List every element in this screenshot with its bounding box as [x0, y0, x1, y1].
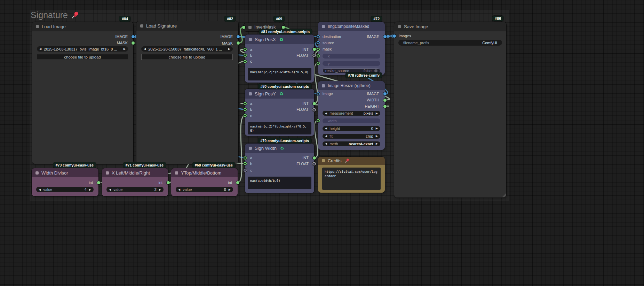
widget-value[interactable]: ◀ value 2 ▶ — [106, 187, 164, 192]
collapsed-output-dot[interactable] — [282, 26, 285, 29]
output-dot-image[interactable] — [383, 35, 387, 38]
node-y-top-middle-bottom[interactable]: YTop/Middle/Bottom int ◀ value 0 ▶ — [171, 168, 238, 196]
widget-fit[interactable]: ◀ fit crop ▶ — [323, 134, 380, 139]
output-dot-int[interactable] — [167, 181, 170, 184]
input-dot-x[interactable] — [317, 54, 320, 57]
collapsed-input-dot[interactable] — [242, 26, 245, 29]
output-dot-mask[interactable] — [237, 41, 240, 45]
widget-x[interactable]: x — [323, 54, 380, 59]
output-dot-image[interactable] — [132, 35, 135, 38]
right-arrow[interactable]: ▶ — [376, 134, 378, 138]
node-load-signature[interactable]: Load Signature IMAGE MASK ◀ 2025-11-28-1… — [136, 21, 238, 164]
input-dot-a[interactable] — [244, 156, 247, 160]
collapse-icon[interactable] — [322, 84, 325, 87]
left-arrow[interactable]: ◀ — [325, 134, 327, 138]
collapse-icon[interactable] — [322, 25, 325, 28]
input-dot-source[interactable] — [317, 41, 320, 44]
right-arrow[interactable]: ▶ — [376, 112, 378, 115]
output-dot-mask[interactable] — [132, 41, 135, 45]
node-sign-posy-header[interactable]: Sign PosY ♻ — [245, 89, 314, 99]
widget-y[interactable]: y — [323, 61, 380, 66]
collapse-icon[interactable] — [175, 171, 178, 175]
right-arrow[interactable]: ▶ — [89, 188, 91, 191]
node-x-lmr-header[interactable]: X Left/Middle/Right — [102, 168, 168, 177]
node-save-image[interactable]: Save Image images filename_prefix ComfyU… — [394, 22, 506, 198]
input-dot-y[interactable] — [317, 62, 320, 65]
combo-left-arrow[interactable]: ◀ — [144, 47, 146, 51]
group-signature-title[interactable]: Signature — [31, 10, 80, 20]
node-width-divisor-header[interactable]: Width Divisor — [32, 168, 98, 177]
left-arrow[interactable]: ◀ — [178, 188, 180, 191]
widget-value[interactable]: ◀ value 0 ▶ — [176, 187, 233, 192]
output-dot-int[interactable] — [313, 48, 316, 51]
left-arrow[interactable]: ◀ — [39, 188, 41, 191]
left-arrow[interactable]: ◀ — [325, 142, 327, 145]
right-arrow[interactable]: ▶ — [159, 188, 161, 191]
input-dot-destination[interactable] — [317, 35, 320, 38]
node-load-image-header[interactable]: Load Image — [32, 22, 133, 31]
credits-text[interactable]: https://civitai.com/user/Legendaer — [322, 168, 381, 190]
input-dot-image[interactable] — [317, 92, 320, 95]
input-dot-c[interactable] — [244, 169, 247, 172]
input-dot-c[interactable] — [244, 114, 247, 117]
node-sign-posy[interactable]: Sign PosY ♻ a b c INT FLOAT max(min(c,2)… — [245, 89, 314, 136]
node-y-tmb-header[interactable]: YTop/Middle/Bottom — [171, 168, 238, 177]
left-arrow[interactable]: ◀ — [109, 188, 111, 191]
collapse-icon[interactable] — [140, 24, 143, 28]
collapse-icon[interactable] — [36, 25, 39, 28]
node-sign-width-header[interactable]: Sign Width ♻ — [245, 144, 314, 153]
output-dot-image[interactable] — [237, 35, 240, 38]
widget-height[interactable]: ◀ height 0 ▶ — [323, 126, 380, 131]
combo-right-arrow[interactable]: ▶ — [124, 47, 126, 51]
output-dot-int[interactable] — [313, 102, 316, 105]
collapse-icon[interactable] — [248, 26, 252, 29]
node-img-composite-header[interactable]: ImgCompositeMasked — [318, 22, 385, 31]
output-dot-height[interactable] — [383, 105, 387, 108]
widget-filename-prefix[interactable]: filename_prefix ComfyUI — [398, 40, 502, 46]
node-image-resize-header[interactable]: Image Resize (rgthree) — [318, 81, 385, 90]
input-dot-b[interactable] — [244, 162, 247, 165]
node-sign-width[interactable]: Sign Width ♻ a b c INT FLOAT max(a.width… — [245, 144, 314, 193]
output-dot-width[interactable] — [383, 99, 387, 102]
comfyui-canvas[interactable]: Signature Load Image IMAGE MASK ◀ 2025-1… — [0, 0, 644, 286]
input-dot-images[interactable] — [393, 34, 396, 38]
node-credits-header[interactable]: Credits — [318, 157, 385, 165]
combo-right-arrow[interactable]: ▶ — [228, 47, 230, 51]
collapse-icon[interactable] — [106, 171, 109, 175]
node-img-composite-masked[interactable]: ImgCompositeMasked destination source ma… — [318, 22, 385, 75]
right-arrow[interactable]: ▶ — [229, 188, 231, 191]
output-dot-float[interactable] — [312, 162, 316, 165]
collapse-icon[interactable] — [322, 159, 325, 162]
math-expression[interactable]: max(min(c,2)*(b.width-a)*0.5,0) — [248, 68, 311, 80]
output-dot-int[interactable] — [97, 181, 100, 184]
math-expression[interactable]: max(a.width/b,0) — [248, 177, 311, 189]
collapse-icon[interactable] — [398, 25, 401, 28]
toggle-knob[interactable] — [374, 69, 377, 72]
node-save-image-header[interactable]: Save Image — [394, 22, 506, 31]
right-arrow[interactable]: ▶ — [376, 127, 378, 130]
output-dot-int[interactable] — [313, 156, 316, 160]
input-dot-a[interactable] — [244, 102, 247, 105]
node-width-divisor[interactable]: Width Divisor int ◀ value 4 ▶ — [32, 168, 98, 196]
math-expression[interactable]: max(min(c,2)*(b.height-a)*0.5,0) — [248, 122, 311, 134]
output-dot-int[interactable] — [236, 181, 239, 184]
widget-width[interactable]: width — [323, 118, 380, 123]
choose-file-button[interactable]: choose file to upload — [141, 54, 233, 60]
output-dot-float[interactable] — [312, 54, 316, 57]
combo-left-arrow[interactable]: ◀ — [39, 47, 41, 51]
input-dot-b[interactable] — [244, 108, 247, 111]
collapse-icon[interactable] — [35, 171, 39, 175]
input-dot-b[interactable] — [244, 54, 247, 57]
right-arrow[interactable]: ▶ — [376, 142, 378, 145]
image-file-combo[interactable]: ◀ 2025-12-03-130317_ovis_image_bf16_8 ..… — [37, 46, 128, 52]
output-dot-float[interactable] — [312, 108, 316, 111]
collapse-icon[interactable] — [249, 147, 252, 150]
node-credits[interactable]: Credits https://civitai.com/user/Legenda… — [318, 157, 385, 193]
input-dot-mask[interactable] — [317, 48, 320, 51]
widget-value[interactable]: ◀ value 4 ▶ — [36, 187, 94, 192]
left-arrow[interactable]: ◀ — [325, 127, 327, 130]
output-dot-image[interactable] — [383, 92, 387, 95]
node-x-left-middle-right[interactable]: X Left/Middle/Right int ◀ value 2 ▶ — [102, 168, 168, 196]
node-sign-posx[interactable]: Sign PosX ♻ a b c INT FLOAT max(min(c,2)… — [245, 34, 314, 83]
signature-file-combo[interactable]: ◀ 2025-11-28-150837_fabricatedXL_v60_1 .… — [141, 46, 233, 52]
